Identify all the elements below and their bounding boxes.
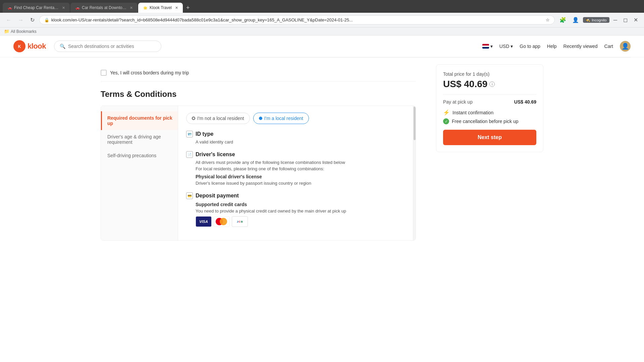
not-local-dot <box>192 117 195 120</box>
terms-sidebar: Required documents for pick up Driver's … <box>101 106 178 240</box>
incognito-label: Incognito <box>592 18 607 22</box>
browser-chrome: 🚗 Find Cheap Car Rental Deals &... ✕ 🚗 C… <box>0 0 644 36</box>
back-button[interactable]: ← <box>4 16 13 24</box>
scroll-thumb <box>414 107 416 140</box>
price-amount: US$ 40.69 i <box>443 79 536 89</box>
search-bar[interactable]: 🔍 <box>54 41 161 52</box>
price-value: US$ 40.69 <box>443 79 487 89</box>
browser-tab-1[interactable]: 🚗 Find Cheap Car Rental Deals &... ✕ <box>3 3 70 13</box>
tab-close-3[interactable]: ✕ <box>175 6 178 10</box>
mastercard-icon <box>214 216 230 227</box>
tab-title-2: Car Rentals at Downtown Los A... <box>82 5 126 10</box>
forward-button[interactable]: → <box>16 16 25 24</box>
tab-bar: 🚗 Find Cheap Car Rental Deals &... ✕ 🚗 C… <box>0 0 644 13</box>
app: K klook 🔍 ▾ USD ▾ Go to app Help <box>0 36 644 361</box>
deposit-payment-icon: 💳 <box>186 192 193 199</box>
deposit-payment-title: Deposit payment <box>196 193 239 199</box>
recently-viewed-link[interactable]: Recently viewed <box>564 44 598 49</box>
currency-selector[interactable]: USD ▾ <box>499 44 513 49</box>
id-type-title: ID type <box>196 131 213 137</box>
price-info-icon[interactable]: i <box>489 81 495 87</box>
not-local-tab[interactable]: I'm not a local resident <box>186 113 250 124</box>
go-to-app-link[interactable]: Go to app <box>520 44 540 49</box>
avatar-image: 👤 <box>622 43 629 50</box>
browser-tab-2[interactable]: 🚗 Car Rentals at Downtown Los A... ✕ <box>70 3 138 13</box>
user-avatar[interactable]: 👤 <box>620 41 631 52</box>
new-tab-button[interactable]: + <box>183 3 193 13</box>
pay-at-pickup-label: Pay at pick up <box>443 99 473 105</box>
tab-favicon-2: 🚗 <box>75 5 80 10</box>
lock-icon: 🔒 <box>44 18 49 22</box>
svg-text:K: K <box>18 44 21 49</box>
id-type-header: 🪪 ID type <box>186 131 408 137</box>
local-dot <box>259 117 262 120</box>
incognito-icon: 🕵️ <box>586 18 590 22</box>
check-icon: ✓ <box>443 118 449 124</box>
drivers-license-desc: All drivers must provide any of the foll… <box>186 160 408 165</box>
address-bar[interactable]: 🔒 klook.com/en-US/car-rentals/detail/?se… <box>39 15 555 24</box>
bookmarks-label: All Bookmarks <box>11 29 37 34</box>
credit-card-icons: VISA J <box>186 216 408 227</box>
url-text: klook.com/en-US/car-rentals/detail/?sear… <box>51 17 544 22</box>
browser-toolbar: ← → ↻ 🔒 klook.com/en-US/car-rentals/deta… <box>0 13 644 27</box>
jcb-text: J C B <box>237 220 243 223</box>
free-cancellation-feature: ✓ Free cancellation before pick up <box>443 118 536 124</box>
drivers-license-header: 📄 Driver's license <box>186 151 408 158</box>
price-label: Total price for 1 day(s) <box>443 71 536 77</box>
features-list: ⚡ Instant confirmation ✓ Free cancellati… <box>443 109 536 124</box>
minimize-button[interactable]: ─ <box>611 16 619 24</box>
instant-confirmation-feature: ⚡ Instant confirmation <box>443 109 536 116</box>
main-content: Yes, I will cross borders during my trip… <box>87 58 557 247</box>
flag-dropdown-icon: ▾ <box>490 44 493 49</box>
help-link[interactable]: Help <box>547 44 557 49</box>
pay-at-pickup-value: US$ 40.69 <box>514 99 536 105</box>
tab-title-1: Find Cheap Car Rental Deals &... <box>14 5 59 10</box>
price-divider <box>443 94 536 95</box>
bookmarks-bar: 📁 All Bookmarks <box>0 27 644 36</box>
jcb-card-icon: J C B <box>232 216 248 227</box>
currency-dropdown-icon: ▾ <box>511 44 513 49</box>
mc-right-circle <box>220 218 227 225</box>
sidebar-item-self-driving[interactable]: Self-driving precautions <box>101 149 178 162</box>
toolbar-actions: 🧩 👤 🕵️ Incognito ─ ◻ ✕ <box>557 15 640 24</box>
cart-link[interactable]: Cart <box>604 44 613 49</box>
local-tab[interactable]: I'm a local resident <box>253 113 309 124</box>
next-step-button[interactable]: Next step <box>443 130 536 145</box>
tab-close-2[interactable]: ✕ <box>130 6 133 10</box>
deposit-payment-header: 💳 Deposit payment <box>186 192 408 199</box>
tab-favicon-1: 🚗 <box>7 5 12 10</box>
bookmark-star-icon[interactable]: ☆ <box>546 17 550 22</box>
close-window-button[interactable]: ✕ <box>632 15 640 24</box>
scrollbar[interactable] <box>413 106 416 240</box>
header-nav: ▾ USD ▾ Go to app Help Recently viewed C… <box>482 41 631 52</box>
deposit-payment-section: 💳 Deposit payment Supported credit cards… <box>186 192 408 227</box>
id-type-desc: A valid identity card <box>186 139 408 144</box>
flag-icon <box>482 44 489 49</box>
sidebar-item-drivers-age[interactable]: Driver's age & driving age requirement <box>101 130 178 149</box>
tab-favicon-3: 🌟 <box>143 5 148 10</box>
language-selector[interactable]: ▾ <box>482 44 493 49</box>
sidebar-item-required-docs[interactable]: Required documents for pick up <box>101 111 178 130</box>
terms-content: I'm not a local resident I'm a local res… <box>178 106 416 240</box>
extensions-button[interactable]: 🧩 <box>557 15 568 24</box>
left-panel: Yes, I will cross borders during my trip… <box>101 58 429 247</box>
profile-button[interactable]: 👤 <box>570 15 581 24</box>
lightning-icon: ⚡ <box>443 109 450 116</box>
logo-icon: K <box>13 40 25 52</box>
logo[interactable]: K klook <box>13 40 46 52</box>
maximize-button[interactable]: ◻ <box>621 15 630 24</box>
tab-close-1[interactable]: ✕ <box>62 6 65 10</box>
reload-button[interactable]: ↻ <box>28 15 37 24</box>
search-input[interactable] <box>68 44 156 49</box>
id-type-icon: 🪪 <box>186 131 193 137</box>
cross-border-checkbox[interactable] <box>101 70 107 76</box>
deposit-sub-desc: You need to provide a physical credit ca… <box>186 208 408 214</box>
bookmarks-folder-icon: 📁 <box>4 29 9 34</box>
deposit-sub-title: Supported credit cards <box>186 202 408 207</box>
logo-text: klook <box>28 42 46 51</box>
drivers-license-sub-title: Physical local driver's license <box>186 174 408 179</box>
pay-at-pickup-row: Pay at pick up US$ 40.69 <box>443 99 536 105</box>
browser-tab-3[interactable]: 🌟 Klook Travel ✕ <box>138 3 183 13</box>
id-type-section: 🪪 ID type A valid identity card <box>186 131 408 144</box>
incognito-badge: 🕵️ Incognito <box>583 17 609 23</box>
